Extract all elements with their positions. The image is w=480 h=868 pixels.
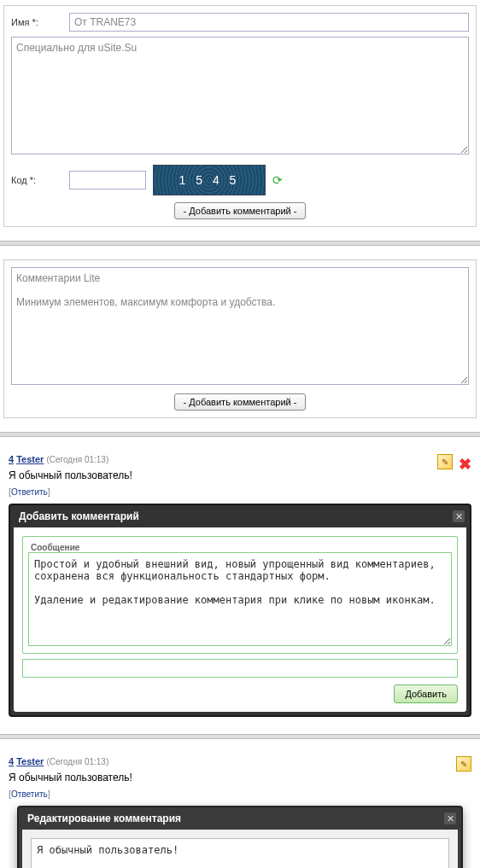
add-comment-button[interactable]: - Добавить комментарий - — [174, 202, 307, 219]
close-icon[interactable]: ✕ — [453, 510, 465, 522]
edit-icon[interactable] — [456, 756, 471, 772]
refresh-icon[interactable]: ⟳ — [272, 173, 283, 187]
edit-icon[interactable] — [437, 454, 453, 469]
comment-number[interactable]: 4 — [9, 454, 14, 464]
dialog-title: Редактирование комментария — [19, 807, 461, 830]
captcha-image: 1 5 4 5 — [153, 165, 266, 195]
name-input[interactable] — [69, 13, 469, 32]
delete-icon[interactable]: ✖ — [458, 457, 471, 471]
edit-message-textarea[interactable] — [31, 838, 449, 868]
comment-text: Я обычный пользователь! — [9, 772, 471, 784]
message-textarea[interactable] — [11, 37, 469, 154]
comment-number[interactable]: 4 — [9, 756, 14, 766]
reply-link[interactable]: Ответить — [11, 487, 48, 497]
code-label: Код *: — [11, 175, 62, 185]
edit-comment-dialog: ✕ Редактирование комментария Отправить о… — [17, 806, 463, 868]
dialog-title: Добавить комментарий — [10, 505, 470, 527]
comment-user[interactable]: Tester — [16, 756, 44, 766]
comment-text: Я обычный пользователь! — [9, 469, 471, 481]
lite-add-comment-button[interactable]: - Добавить комментарий - — [174, 393, 307, 411]
captcha-input[interactable] — [69, 171, 146, 189]
reply-link[interactable]: Ответить — [11, 789, 48, 799]
dialog-message-textarea[interactable] — [28, 552, 452, 646]
lite-message-textarea[interactable] — [11, 267, 469, 385]
add-comment-dialog: ✕ Добавить комментарий Сообщение Добавит… — [9, 504, 471, 717]
extra-input[interactable] — [22, 659, 458, 678]
dialog-add-button[interactable]: Добавить — [394, 684, 458, 703]
name-label: Имя *: — [11, 17, 62, 27]
comment-date: (Сегодня 01:13) — [46, 757, 108, 766]
comment-date: (Сегодня 01:13) — [46, 455, 108, 464]
comment-user[interactable]: Tester — [16, 454, 44, 464]
message-legend: Сообщение — [28, 543, 82, 552]
close-icon[interactable]: ✕ — [444, 813, 456, 824]
